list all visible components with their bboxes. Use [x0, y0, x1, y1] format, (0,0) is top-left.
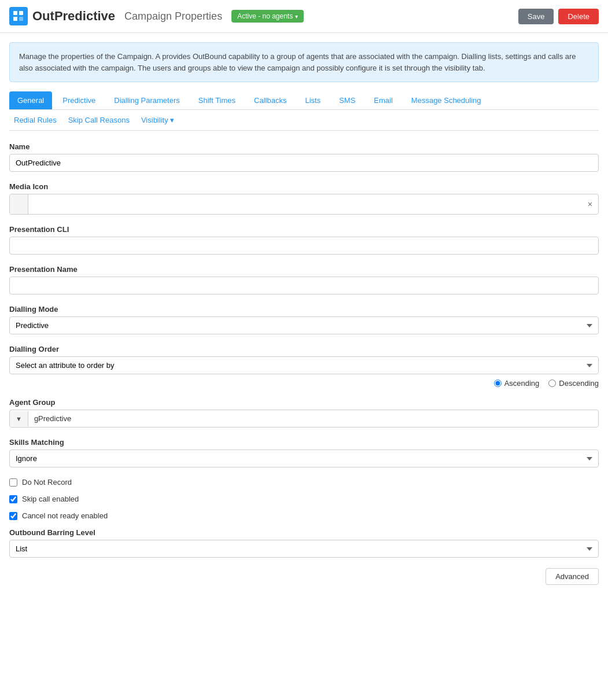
tab-dialling-parameters[interactable]: Dialling Parameters — [106, 91, 187, 109]
tab-redial-rules[interactable]: Redial Rules — [9, 113, 61, 127]
content: General Predictive Dialling Parameters S… — [0, 91, 608, 594]
logo-icon — [9, 7, 28, 25]
media-icon-field: × — [9, 194, 599, 215]
tab-general[interactable]: General — [9, 91, 52, 109]
name-group: Name — [9, 142, 599, 172]
presentation-name-group: Presentation Name — [9, 265, 599, 294]
agent-group-value: gPredictive — [28, 410, 598, 427]
outbound-barring-label: Outbound Barring Level — [9, 528, 599, 537]
tab-predictive[interactable]: Predictive — [54, 91, 104, 109]
delete-button[interactable]: Delete — [558, 9, 599, 24]
agent-group-field: ▼ gPredictive — [9, 410, 599, 428]
tabs-row1: General Predictive Dialling Parameters S… — [9, 91, 599, 110]
tab-callbacks[interactable]: Callbacks — [246, 91, 294, 109]
dialling-order-label: Dialling Order — [9, 345, 599, 353]
order-direction-group: Ascending Descending — [9, 379, 599, 388]
dialling-order-select[interactable]: Select an attribute to order by — [9, 356, 599, 374]
tab-skip-call-reasons[interactable]: Skip Call Reasons — [64, 113, 134, 127]
skills-matching-label: Skills Matching — [9, 438, 599, 447]
do-not-record-checkbox[interactable] — [9, 478, 17, 487]
app-title: OutPredictive — [32, 9, 115, 24]
info-box: Manage the properties of the Campaign. A… — [9, 42, 599, 82]
ascending-radio[interactable] — [494, 380, 502, 387]
media-icon-preview — [10, 194, 28, 214]
agent-group-group: Agent Group ▼ gPredictive — [9, 398, 599, 428]
save-button[interactable]: Save — [518, 9, 554, 24]
svg-rect-0 — [13, 11, 17, 15]
skills-matching-group: Skills Matching Ignore Required Preferre… — [9, 438, 599, 467]
media-icon-label: Media Icon — [9, 182, 599, 191]
media-icon-clear-button[interactable]: × — [582, 196, 598, 213]
svg-rect-3 — [19, 17, 23, 21]
presentation-name-input[interactable] — [9, 277, 599, 294]
presentation-name-label: Presentation Name — [9, 265, 599, 274]
agent-group-toggle-button[interactable]: ▼ — [10, 411, 28, 426]
outbound-barring-group: Outbound Barring Level List Campaign Non… — [9, 528, 599, 558]
skills-matching-select[interactable]: Ignore Required Preferred — [9, 450, 599, 467]
agent-group-label: Agent Group — [9, 398, 599, 407]
campaign-properties-label: Campaign Properties — [124, 10, 222, 23]
tab-email[interactable]: Email — [366, 91, 401, 109]
status-badge[interactable]: Active - no agents ▾ — [231, 10, 304, 23]
header: OutPredictive Campaign Properties Active… — [0, 0, 608, 33]
logo-area: OutPredictive — [9, 7, 115, 25]
status-caret-icon: ▾ — [295, 13, 298, 20]
dialling-mode-select[interactable]: Predictive Preview Power — [9, 316, 599, 334]
name-label: Name — [9, 142, 599, 151]
advanced-button[interactable]: Advanced — [546, 568, 599, 585]
svg-rect-2 — [19, 11, 23, 15]
tab-message-scheduling[interactable]: Message Scheduling — [403, 91, 489, 109]
name-input[interactable] — [9, 154, 599, 172]
tab-visibility[interactable]: Visibility ▾ — [137, 113, 179, 127]
presentation-cli-group: Presentation CLI — [9, 225, 599, 255]
cancel-not-ready-checkbox[interactable] — [9, 512, 17, 520]
form: Name Media Icon × Presentation CLI Prese… — [9, 142, 599, 585]
presentation-cli-input[interactable] — [9, 237, 599, 255]
tab-shift-times[interactable]: Shift Times — [190, 91, 244, 109]
media-icon-group: Media Icon × — [9, 182, 599, 215]
skip-call-enabled-label[interactable]: Skip call enabled — [9, 495, 599, 503]
svg-rect-1 — [13, 17, 17, 21]
dialling-mode-group: Dialling Mode Predictive Preview Power — [9, 305, 599, 334]
cancel-not-ready-label[interactable]: Cancel not ready enabled — [9, 511, 599, 520]
outbound-barring-select[interactable]: List Campaign None — [9, 540, 599, 558]
media-icon-input[interactable] — [28, 196, 582, 213]
tab-lists[interactable]: Lists — [297, 91, 329, 109]
descending-radio-label[interactable]: Descending — [548, 379, 599, 388]
advanced-row: Advanced — [9, 568, 599, 585]
do-not-record-label[interactable]: Do Not Record — [9, 478, 599, 487]
presentation-cli-label: Presentation CLI — [9, 225, 599, 234]
descending-radio[interactable] — [548, 380, 556, 387]
skip-call-enabled-checkbox[interactable] — [9, 495, 17, 503]
dialling-order-group: Dialling Order Select an attribute to or… — [9, 345, 599, 388]
dialling-mode-label: Dialling Mode — [9, 305, 599, 314]
visibility-caret-icon: ▾ — [170, 116, 174, 124]
tab-sms[interactable]: SMS — [331, 91, 363, 109]
ascending-radio-label[interactable]: Ascending — [494, 379, 540, 388]
tabs-row2: Redial Rules Skip Call Reasons Visibilit… — [9, 110, 599, 131]
header-actions: Save Delete — [518, 9, 599, 24]
